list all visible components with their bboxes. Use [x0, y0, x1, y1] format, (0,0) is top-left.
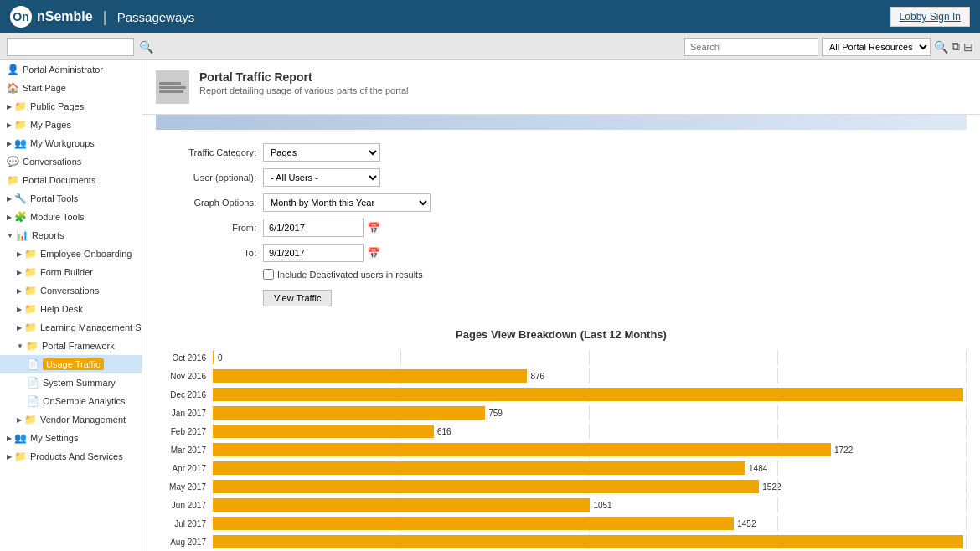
chat-icon: 💬	[7, 156, 19, 167]
sidebar-item-employee-onboarding[interactable]: ▶ 📁 Employee Onboarding	[0, 245, 142, 263]
chart-container: Oct 20160Nov 2016876Dec 2016Jan 2017759F…	[156, 349, 967, 551]
sidebar-item-my-workgroups[interactable]: ▶ 👥 My Workgroups	[0, 134, 142, 152]
sidebar-item-module-tools[interactable]: ▶ 🧩 Module Tools	[0, 208, 142, 226]
group-icon: 👥	[14, 432, 27, 444]
sidebar-label-my-settings: My Settings	[30, 433, 78, 443]
chart-bar-area: 1051	[213, 497, 967, 512]
sidebar-label-module-tools: Module Tools	[30, 212, 85, 222]
module-icon: 🧩	[14, 211, 27, 223]
traffic-category-select[interactable]: Pages Users Documents	[263, 143, 380, 162]
header-right: Lobby Sign In	[890, 7, 970, 27]
chart-bar	[213, 535, 963, 548]
chart-row-label: Apr 2017	[156, 464, 206, 473]
sidebar-item-portal-admin[interactable]: 👤 Portal Administrator	[0, 60, 142, 79]
lobby-sign-in-button[interactable]: Lobby Sign In	[890, 7, 970, 27]
chart-row: Aug 2017	[156, 533, 967, 550]
from-input[interactable]	[263, 219, 364, 237]
chart-bar-area: 1484	[213, 461, 967, 476]
sidebar-item-portal-framework[interactable]: ▼ 📁 Portal Framework	[0, 337, 142, 355]
arrow-icon: ▼	[17, 342, 23, 350]
chart-bar-value: 1051	[593, 501, 611, 510]
user-select[interactable]: - All Users -	[263, 168, 380, 187]
arrow-icon: ▶	[17, 287, 22, 295]
search-icon[interactable]: 🔍	[934, 40, 948, 54]
sidebar-label-public-pages: Public Pages	[30, 101, 84, 111]
folder-icon: 📁	[24, 248, 37, 260]
folder-icon: 📁	[7, 174, 19, 186]
settings-icon[interactable]: ⊟	[963, 40, 973, 54]
doc-icon: 📄	[27, 358, 39, 370]
sidebar-item-portal-documents[interactable]: 📁 Portal Documents	[0, 171, 142, 189]
to-row: To: 📅	[156, 244, 967, 262]
chart-bar-area: 1522	[213, 479, 967, 494]
report-subtitle: Report detailing usage of various parts …	[199, 85, 408, 95]
chart-bar	[213, 351, 214, 364]
graph-options-select[interactable]: Month by Month this Year Week by Week Da…	[263, 193, 431, 212]
report-info: Portal Traffic Report Report detailing u…	[199, 70, 408, 95]
layers-icon[interactable]: ⧉	[952, 39, 960, 54]
arrow-icon: ▼	[7, 232, 13, 239]
sidebar-item-conversations2[interactable]: ▶ 📁 Conversations	[0, 281, 142, 300]
sidebar-item-products-services[interactable]: ▶ 📁 Products And Services	[0, 447, 142, 466]
arrow-icon: ▶	[7, 121, 12, 129]
sidebar-item-onsemble-analytics[interactable]: 📄 OnSemble Analytics	[0, 392, 142, 410]
sidebar-item-start-page[interactable]: 🏠 Start Page	[0, 79, 142, 97]
chart-row: Feb 2017616	[156, 423, 967, 440]
sidebar-item-help-desk[interactable]: ▶ 📁 Help Desk	[0, 300, 142, 318]
chart-bar-value: 876	[530, 372, 544, 381]
calendar-icon-from[interactable]: 📅	[367, 222, 380, 234]
chart-bar-value: 1722	[834, 445, 853, 455]
sidebar-label-help-desk: Help Desk	[40, 304, 83, 314]
toolbar-search-left[interactable]	[7, 38, 134, 56]
sidebar-item-my-settings[interactable]: ▶ 👥 My Settings	[0, 429, 142, 447]
sidebar-item-portal-tools[interactable]: ▶ 🔧 Portal Tools	[0, 189, 142, 208]
arrow-icon: ▶	[7, 195, 12, 203]
chart-bar-value: 1484	[749, 464, 767, 473]
folder-icon: 📁	[24, 322, 37, 333]
chart-bar	[213, 406, 485, 420]
chart-bar	[213, 461, 745, 475]
sidebar-label-system-summary: System Summary	[43, 378, 116, 388]
chart-row-label: Oct 2016	[156, 353, 206, 363]
sidebar: 👤 Portal Administrator 🏠 Start Page ▶ 📁 …	[0, 60, 142, 551]
sidebar-item-public-pages[interactable]: ▶ 📁 Public Pages	[0, 97, 142, 116]
arrow-icon: ▶	[17, 250, 22, 258]
sidebar-label-conversations2: Conversations	[40, 286, 99, 296]
main-layout: 👤 Portal Administrator 🏠 Start Page ▶ 📁 …	[0, 60, 980, 551]
sidebar-item-usage-traffic[interactable]: 📄 Usage Traffic	[0, 355, 142, 373]
chart-row-label: Feb 2017	[156, 427, 206, 436]
sidebar-item-system-summary[interactable]: 📄 System Summary	[0, 373, 142, 392]
deactivated-checkbox[interactable]	[263, 269, 274, 280]
chart-bar-value: 616	[437, 427, 451, 436]
chart-bar-value: 1522	[762, 482, 781, 492]
sidebar-label-lms: Learning Management System	[40, 322, 142, 332]
sidebar-item-form-builder[interactable]: ▶ 📁 Form Builder	[0, 263, 142, 281]
sidebar-label-employee-onboarding: Employee Onboarding	[40, 249, 132, 259]
sidebar-item-vendor-management[interactable]: ▶ 📁 Vendor Management	[0, 410, 142, 429]
chart-row: Jul 20171452	[156, 515, 967, 532]
home-icon: 🏠	[7, 82, 19, 94]
sidebar-label-form-builder: Form Builder	[40, 267, 93, 277]
chart-bar-area: 616	[213, 424, 967, 439]
deactivated-label[interactable]: Include Deactivated users in results	[263, 269, 423, 280]
toolbar: 🔍 All Portal Resources 🔍 ⧉ ⊟	[0, 33, 980, 60]
chart-row: Oct 20160	[156, 349, 967, 366]
calendar-icon-to[interactable]: 📅	[367, 247, 380, 260]
sidebar-label-conversations: Conversations	[23, 157, 81, 167]
chart-row-label: Nov 2016	[156, 372, 206, 381]
search-icon-left[interactable]: 🔍	[139, 40, 153, 54]
arrow-icon: ▶	[7, 140, 12, 147]
resource-select[interactable]: All Portal Resources	[822, 38, 931, 56]
to-input[interactable]	[263, 244, 364, 262]
view-traffic-button[interactable]: View Traffic	[263, 290, 332, 306]
chart-title: Pages View Breakdown (Last 12 Months)	[156, 328, 967, 341]
chart-bar	[213, 498, 590, 512]
arrow-icon: ▶	[7, 214, 12, 221]
search-input[interactable]	[684, 38, 818, 56]
person-icon: 👤	[7, 64, 19, 75]
chart-bar	[213, 425, 434, 438]
sidebar-item-conversations[interactable]: 💬 Conversations	[0, 152, 142, 171]
sidebar-item-reports[interactable]: ▼ 📊 Reports	[0, 226, 142, 245]
sidebar-item-my-pages[interactable]: ▶ 📁 My Pages	[0, 116, 142, 134]
sidebar-item-lms[interactable]: ▶ 📁 Learning Management System	[0, 318, 142, 337]
